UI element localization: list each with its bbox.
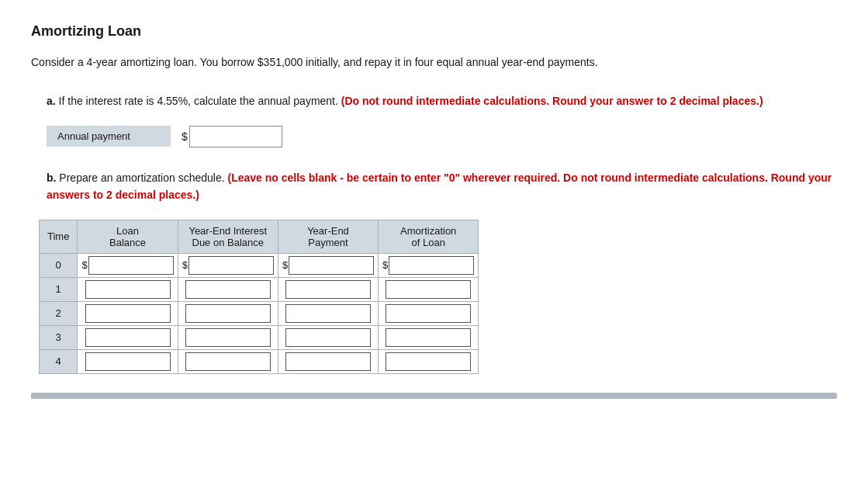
payment-input-1[interactable]: [285, 280, 371, 299]
interest-input-4[interactable]: [185, 352, 271, 371]
intro-text: Consider a 4-year amortizing loan. You b…: [31, 54, 837, 71]
amort-cell-4: [379, 349, 479, 373]
loan-balance-cell-2: [78, 301, 178, 325]
amort-cell-2: [379, 301, 479, 325]
payment-cell-0: $: [278, 253, 378, 277]
bottom-bar: [31, 393, 837, 399]
payment-input-0[interactable]: [289, 256, 374, 275]
question-a-text-red: (Do not round intermediate calculations.…: [341, 95, 763, 107]
interest-input-0[interactable]: [188, 256, 274, 275]
table-row: 2: [40, 301, 479, 325]
amortization-table: Time Loan Balance Year-End Interest Due …: [39, 220, 479, 374]
loan-balance-input-0[interactable]: [88, 256, 174, 275]
col-header-loan-balance: Loan Balance: [78, 220, 178, 253]
table-row: 3: [40, 325, 479, 349]
payment-input-4[interactable]: [285, 352, 371, 371]
question-a-text-normal: If the interest rate is 4.55%, calculate…: [59, 95, 341, 107]
interest-input-2[interactable]: [185, 304, 271, 323]
payment-cell-3: [278, 325, 378, 349]
loan-balance-cell-0: $: [78, 253, 178, 277]
loan-balance-input-1[interactable]: [85, 280, 171, 299]
payment-cell-2: [278, 301, 378, 325]
question-a-label: a.: [47, 95, 56, 107]
amort-input-0[interactable]: [389, 256, 474, 275]
annual-payment-dollar-sign: $: [182, 130, 188, 143]
time-cell-0: 0: [40, 253, 78, 277]
question-b-text-normal: Prepare an amortization schedule.: [59, 172, 227, 184]
time-cell-4: 4: [40, 349, 78, 373]
amort-cell-0: $: [379, 253, 479, 277]
payment-input-2[interactable]: [285, 304, 371, 323]
payment-input-3[interactable]: [285, 328, 371, 347]
col-header-year-end-interest: Year-End Interest Due on Balance: [178, 220, 278, 253]
annual-payment-label: Annual payment: [47, 126, 171, 147]
col-header-year-end-payment: Year-End Payment: [278, 220, 378, 253]
col-header-amortization: Amortization of Loan: [379, 220, 479, 253]
loan-balance-input-2[interactable]: [85, 304, 171, 323]
interest-cell-3: [178, 325, 278, 349]
table-row: 4: [40, 349, 479, 373]
amort-input-4[interactable]: [386, 352, 471, 371]
question-a-block: a. If the interest rate is 4.55%, calcul…: [31, 92, 837, 147]
dollar-sign-amort0: $: [382, 259, 388, 271]
table-row: 1: [40, 277, 479, 301]
interest-cell-1: [178, 277, 278, 301]
payment-cell-4: [278, 349, 378, 373]
dollar-sign-int0: $: [182, 259, 188, 271]
time-cell-3: 3: [40, 325, 78, 349]
question-b-label: b.: [47, 172, 56, 184]
loan-balance-cell-4: [78, 349, 178, 373]
page-title: Amortizing Loan: [31, 23, 837, 40]
loan-balance-input-4[interactable]: [85, 352, 171, 371]
amort-input-3[interactable]: [386, 328, 471, 347]
loan-balance-cell-1: [78, 277, 178, 301]
amort-cell-3: [379, 325, 479, 349]
question-b-block: b. Prepare an amortization schedule. (Le…: [31, 169, 837, 374]
interest-input-1[interactable]: [185, 280, 271, 299]
interest-cell-4: [178, 349, 278, 373]
dollar-sign-lb0: $: [81, 259, 87, 271]
amort-input-1[interactable]: [386, 280, 471, 299]
annual-payment-row: Annual payment $: [47, 126, 837, 147]
col-header-time: Time: [40, 220, 78, 253]
amort-cell-1: [379, 277, 479, 301]
interest-input-3[interactable]: [185, 328, 271, 347]
payment-cell-1: [278, 277, 378, 301]
time-cell-1: 1: [40, 277, 78, 301]
dollar-sign-pay0: $: [282, 259, 288, 271]
interest-cell-0: $: [178, 253, 278, 277]
amort-input-2[interactable]: [386, 304, 471, 323]
interest-cell-2: [178, 301, 278, 325]
table-row: 0 $ $ $: [40, 253, 479, 277]
time-cell-2: 2: [40, 301, 78, 325]
loan-balance-input-3[interactable]: [85, 328, 171, 347]
loan-balance-cell-3: [78, 325, 178, 349]
annual-payment-input[interactable]: [189, 126, 282, 147]
